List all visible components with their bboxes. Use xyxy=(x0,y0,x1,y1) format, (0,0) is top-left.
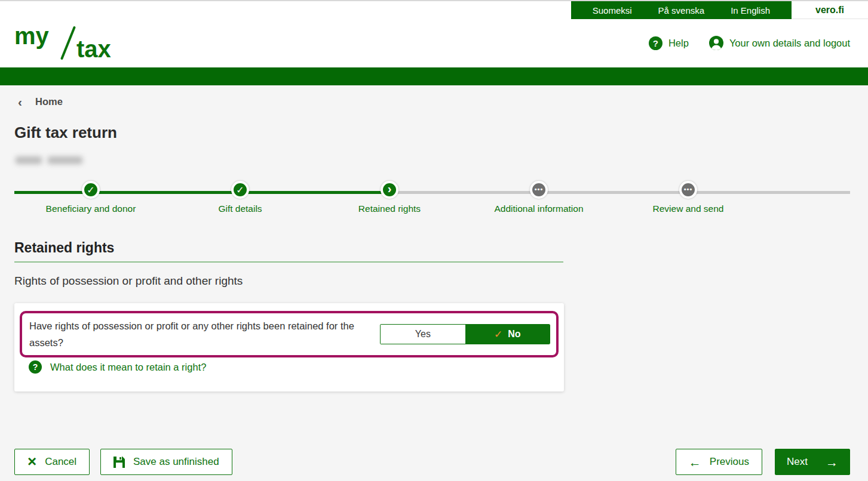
step-current-icon: › xyxy=(381,181,398,199)
question-mark-icon: ? xyxy=(29,360,42,374)
language-bar: Suomeksi På svenska In English vero.fi xyxy=(571,1,868,19)
language-pa-svenska[interactable]: På svenska xyxy=(658,5,705,16)
highlighted-question-row: Have rights of possession or profit or a… xyxy=(20,311,559,357)
step-review-and-send[interactable]: ••• Review and send xyxy=(614,181,763,214)
no-label: No xyxy=(508,329,520,340)
person-icon xyxy=(709,36,723,50)
account-logout-label: Your own details and logout xyxy=(729,38,850,49)
taxpayer-name-redacted xyxy=(16,156,82,164)
yes-label: Yes xyxy=(415,329,431,340)
breadcrumb-home[interactable]: ‹ Home xyxy=(18,95,63,108)
page-title: Gift tax return xyxy=(14,124,117,142)
retain-right-help-link[interactable]: ? What does it mean to retain a right? xyxy=(29,360,206,374)
save-label: Save as unfinished xyxy=(133,456,219,468)
header-links: ? Help Your own details and logout xyxy=(649,36,850,50)
retain-right-help-label: What does it mean to retain a right? xyxy=(50,362,206,373)
yes-button[interactable]: Yes xyxy=(381,325,465,344)
section-subheading: Rights of possession or profit and other… xyxy=(14,275,243,288)
arrow-right-icon: → xyxy=(826,456,838,468)
retained-rights-card: Have rights of possession or profit or a… xyxy=(14,303,564,391)
help-icon: ? xyxy=(649,36,662,50)
next-label: Next xyxy=(787,456,808,468)
previous-label: Previous xyxy=(710,456,749,468)
yes-no-toggle: Yes ✓ No xyxy=(380,324,550,344)
account-logout-link[interactable]: Your own details and logout xyxy=(709,36,850,50)
language-options: Suomeksi På svenska In English xyxy=(571,1,792,19)
step-upcoming-icon: ••• xyxy=(679,181,697,199)
step-label: Additional information xyxy=(494,204,583,214)
logo-tax-text: tax xyxy=(76,37,111,61)
no-button[interactable]: ✓ No xyxy=(465,325,550,344)
step-label: Gift details xyxy=(218,204,262,214)
section-heading: Retained rights xyxy=(14,240,563,263)
close-icon: × xyxy=(27,454,36,469)
breadcrumb-home-label: Home xyxy=(35,96,63,107)
help-link[interactable]: ? Help xyxy=(649,36,689,50)
arrow-left-icon: ← xyxy=(689,456,701,468)
step-gift-details[interactable]: ✓ Gift details xyxy=(165,181,315,214)
step-upcoming-icon: ••• xyxy=(530,181,548,199)
progress-stepper: ✓ Beneficiary and donor ✓ Gift details ›… xyxy=(14,181,850,223)
save-icon xyxy=(114,457,125,468)
cancel-button[interactable]: × Cancel xyxy=(14,449,90,475)
help-label: Help xyxy=(668,38,689,49)
language-in-english[interactable]: In English xyxy=(731,5,770,16)
logo-slash xyxy=(60,26,76,60)
step-label: Retained rights xyxy=(358,204,421,214)
header: Suomeksi På svenska In English vero.fi m… xyxy=(0,1,868,67)
step-additional-information[interactable]: ••• Additional information xyxy=(464,181,614,214)
save-as-unfinished-button[interactable]: Save as unfinished xyxy=(100,449,232,475)
language-suomeksi[interactable]: Suomeksi xyxy=(593,5,632,16)
step-label: Beneficiary and donor xyxy=(46,204,136,214)
step-completed-icon: ✓ xyxy=(231,181,249,199)
step-retained-rights[interactable]: › Retained rights xyxy=(315,181,464,214)
previous-button[interactable]: ← Previous xyxy=(676,449,762,475)
question-text: Have rights of possession or profit or a… xyxy=(28,317,380,351)
chevron-left-icon: ‹ xyxy=(18,95,22,108)
next-button[interactable]: Next → xyxy=(775,449,850,475)
step-label: Review and send xyxy=(653,204,724,214)
vero-fi-link[interactable]: vero.fi xyxy=(792,1,868,19)
step-beneficiary-and-donor[interactable]: ✓ Beneficiary and donor xyxy=(16,181,165,214)
mytax-gift-tax-return-page: Suomeksi På svenska In English vero.fi m… xyxy=(0,0,868,481)
header-green-band xyxy=(0,67,868,85)
cancel-label: Cancel xyxy=(45,456,76,468)
mytax-logo[interactable]: my tax xyxy=(14,26,110,64)
logo-my-text: my xyxy=(14,24,49,48)
step-completed-icon: ✓ xyxy=(82,181,100,199)
check-icon: ✓ xyxy=(494,328,502,341)
